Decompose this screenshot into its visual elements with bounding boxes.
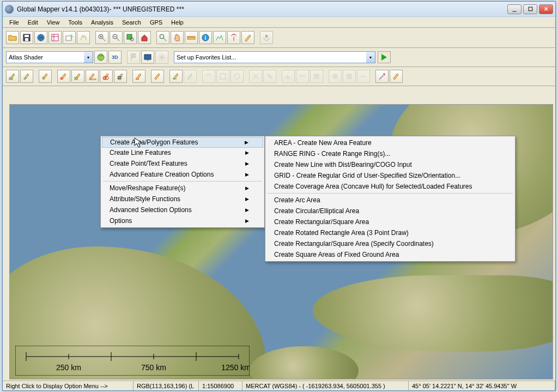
edit-tool-1[interactable] xyxy=(6,70,19,83)
dis-7 xyxy=(282,70,295,83)
svg-point-28 xyxy=(136,79,137,80)
menu-gps[interactable]: GPS xyxy=(145,18,167,27)
svg-point-31 xyxy=(234,74,240,79)
menu-tools[interactable]: Tools xyxy=(64,18,87,27)
arrow-tool[interactable] xyxy=(375,70,389,83)
open-button[interactable] xyxy=(6,31,19,44)
zoom-select-button[interactable] xyxy=(124,31,137,44)
pan-button[interactable] xyxy=(171,31,184,44)
sub-range-ring[interactable]: RANGE RING - Create Range Ring(s)... xyxy=(265,148,515,159)
antenna-button[interactable] xyxy=(227,31,240,44)
info-button[interactable]: i xyxy=(199,31,212,44)
mi-attr-style[interactable]: Attribute/Style Functions▶ xyxy=(101,194,264,204)
edit-tool-7[interactable] xyxy=(100,70,113,83)
compass-button[interactable] xyxy=(155,51,168,64)
sub-grid[interactable]: GRID - Create Regular Grid of User-Speci… xyxy=(265,170,515,181)
svg-point-16 xyxy=(98,54,104,61)
status-hint: Right Click to Display Option Menu --> xyxy=(3,381,134,390)
status-rgb: RGB(113,163,196) (L xyxy=(134,381,199,390)
sub-coverage[interactable]: Create Coverage Area (Concave Hull) for … xyxy=(265,181,515,192)
svg-point-19 xyxy=(102,57,103,58)
close-button[interactable]: ✕ xyxy=(539,4,553,14)
edit-tool-8[interactable] xyxy=(114,70,127,83)
minimize-button[interactable]: ＿ xyxy=(507,4,521,14)
mi-options[interactable]: Options▶ xyxy=(101,215,264,226)
svg-text:i: i xyxy=(205,35,207,41)
edit-tool-2[interactable] xyxy=(20,70,33,83)
mi-create-line[interactable]: Create Line Features▶ xyxy=(101,147,264,158)
tool-button-a[interactable] xyxy=(77,31,90,44)
zoom-out-button[interactable] xyxy=(110,31,123,44)
flag-button[interactable] xyxy=(127,51,140,64)
edit-tool-6[interactable]: code xyxy=(86,70,99,83)
pencil-tool[interactable] xyxy=(390,70,403,83)
palette-button[interactable] xyxy=(94,51,107,64)
zoom-in-button[interactable] xyxy=(95,31,108,44)
screen-button[interactable] xyxy=(141,51,154,64)
svg-rect-15 xyxy=(265,35,268,38)
menu-help[interactable]: Help xyxy=(167,18,188,27)
mi-move-reshape[interactable]: Move/Reshape Feature(s)▶ xyxy=(101,183,264,194)
context-menu-sub[interactable]: AREA - Create New Area Feature RANGE RIN… xyxy=(265,136,515,262)
svg-rect-1 xyxy=(25,35,29,37)
save-button[interactable] xyxy=(20,31,33,44)
svg-text:1250 km: 1250 km xyxy=(221,363,250,372)
mi-create-point[interactable]: Create Point/Text Features▶ xyxy=(101,158,264,169)
edit-tool-9[interactable] xyxy=(132,70,145,83)
dis-12 xyxy=(357,70,370,83)
zoom-region-button[interactable] xyxy=(156,31,169,44)
status-proj: MERCAT (WGS84) - ( -1619263.934, 5605001… xyxy=(242,381,409,390)
sub-rect[interactable]: Create Rectangular/Square Area xyxy=(265,216,515,227)
scale-bar: 250 km 750 km 1250 km xyxy=(15,346,250,376)
digitize-button[interactable] xyxy=(241,31,254,44)
profile-button[interactable] xyxy=(213,31,226,44)
toolbar-3: code xyxy=(3,67,555,86)
sub-circular[interactable]: Create Circular/Elliptical Area xyxy=(265,206,515,216)
sub-arc[interactable]: Create Arc Area xyxy=(265,195,515,206)
3d-button[interactable]: 3D xyxy=(108,51,122,64)
config-button[interactable] xyxy=(48,31,62,44)
export-button[interactable] xyxy=(63,31,76,44)
sub-square[interactable]: Create Square Areas of Fixed Ground Area xyxy=(265,249,515,260)
svg-rect-38 xyxy=(347,74,352,79)
sub-cogo[interactable]: Create New Line with Dist/Bearing/COGO I… xyxy=(265,159,515,170)
online-button[interactable] xyxy=(34,31,47,44)
menu-search[interactable]: Search xyxy=(118,18,145,27)
toolbar-1: i xyxy=(3,28,555,48)
mi-create-area[interactable]: Create Area/Polygon Features▶ xyxy=(102,137,263,148)
context-menu-main[interactable]: Create Area/Polygon Features▶ Create Lin… xyxy=(100,136,265,228)
svg-text:250 km: 250 km xyxy=(56,363,81,372)
edit-tool-5[interactable] xyxy=(71,70,84,83)
measure-button[interactable] xyxy=(185,31,198,44)
dis-6 xyxy=(263,70,276,83)
mi-adv-creation[interactable]: Advanced Feature Creation Options▶ xyxy=(101,169,264,180)
sub-rotated[interactable]: Create Rotated Rectangle Area (3 Point D… xyxy=(265,227,515,238)
sub-area[interactable]: AREA - Create New Area Feature xyxy=(265,137,515,148)
edit-tool-11[interactable] xyxy=(169,70,183,83)
full-extent-button[interactable] xyxy=(138,31,151,44)
dis-10 xyxy=(329,70,342,83)
maximize-button[interactable]: ☐ xyxy=(523,4,537,14)
favorites-combo[interactable]: Set up Favorites List... xyxy=(174,51,375,63)
menu-view[interactable]: View xyxy=(43,18,64,27)
map-view[interactable]: 250 km 750 km 1250 km Create Area/Polygo… xyxy=(9,104,553,379)
toolbar-2: Atlas Shader 3D Set up Favorites List... xyxy=(3,48,555,67)
menu-file[interactable]: File xyxy=(5,18,23,27)
dis-9 xyxy=(310,70,323,83)
menu-analysis[interactable]: Analysis xyxy=(87,18,118,27)
svg-text:750 km: 750 km xyxy=(141,363,166,372)
menu-edit[interactable]: Edit xyxy=(23,18,43,27)
cursor-icon xyxy=(134,137,143,148)
edit-tool-10[interactable] xyxy=(151,70,164,83)
mi-adv-selection[interactable]: Advanced Selection Options▶ xyxy=(101,204,264,215)
edit-tool-4[interactable] xyxy=(57,70,70,83)
svg-point-17 xyxy=(99,55,100,56)
dis-4 xyxy=(231,70,244,83)
run-button[interactable] xyxy=(378,51,391,63)
sub-rect-coord[interactable]: Create Rectangular/Square Area (Specify … xyxy=(265,238,515,249)
misc-button[interactable] xyxy=(260,31,273,44)
dis-2 xyxy=(202,70,215,83)
shader-combo[interactable]: Atlas Shader xyxy=(6,51,93,63)
svg-rect-39 xyxy=(15,346,250,376)
edit-tool-3[interactable] xyxy=(39,70,52,83)
